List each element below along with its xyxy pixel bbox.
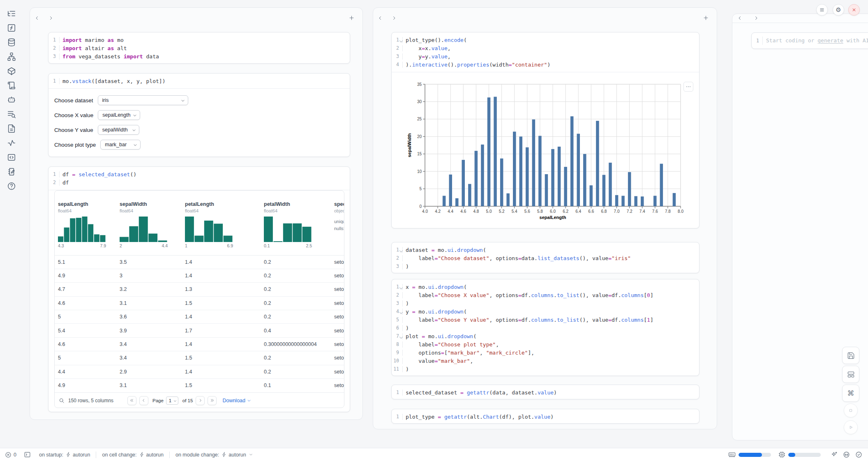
cell-dataframe[interactable]: 1df = selected_dataset()2df sepalLengthf… bbox=[48, 166, 350, 412]
snippets-icon[interactable] bbox=[7, 153, 16, 162]
on-cell-change-setting[interactable]: on cell change: autorun bbox=[102, 452, 164, 458]
column-2-move-left-button[interactable] bbox=[376, 14, 384, 22]
code-line[interactable]: 2import altair as alt bbox=[48, 44, 350, 52]
code-line[interactable]: 4).interactive().properties(width="conta… bbox=[392, 60, 699, 69]
save-button[interactable] bbox=[842, 347, 859, 364]
column-header-species[interactable]: speciesobjectunique:nulls: bbox=[331, 191, 344, 255]
layout-toggle-button[interactable] bbox=[842, 366, 859, 383]
table-row[interactable]: 4.93.11.50.1setosa bbox=[55, 379, 344, 392]
column-header-sepalLength[interactable]: sepalLengthfloat644.37.9 bbox=[55, 191, 116, 255]
code-line[interactable]: 1x = mo.ui.dropdown( bbox=[392, 283, 699, 291]
scroll-icon[interactable] bbox=[7, 81, 16, 90]
column-1-move-right-button[interactable] bbox=[47, 14, 55, 22]
table-row[interactable]: 5.43.91.70.4setosa bbox=[55, 324, 344, 337]
code-line[interactable]: 11) bbox=[392, 365, 699, 373]
code-line[interactable]: 1df = selected_dataset() bbox=[48, 170, 350, 178]
code-line[interactable]: 3 y=y.value, bbox=[392, 52, 699, 60]
cell-plot-type[interactable]: 1plot_type = getattr(alt.Chart(df), plot… bbox=[391, 409, 699, 424]
code-line[interactable]: 1import marimo as mo bbox=[48, 36, 350, 44]
cell-dataset-dropdown[interactable]: 1dataset = mo.ui.dropdown(2 label="Choos… bbox=[391, 242, 699, 273]
choose-plot-type-select[interactable]: mark_bar bbox=[100, 140, 141, 150]
code-line[interactable]: 2 label="Choose dataset", options=data.l… bbox=[392, 254, 699, 262]
code-line[interactable]: 8 label="Choose plot type", bbox=[392, 340, 699, 348]
document-icon[interactable] bbox=[7, 124, 16, 133]
settings-button[interactable]: ⚙ bbox=[833, 4, 844, 16]
errors-indicator[interactable]: 0 bbox=[5, 452, 16, 458]
code-line[interactable]: 2 label="Choose X value", options=df.col… bbox=[392, 291, 699, 299]
choose-y-value-select[interactable]: sepalWidth bbox=[98, 125, 139, 135]
code-line[interactable]: 3from vega_datasets import data bbox=[48, 52, 350, 60]
cell-imports[interactable]: 1import marimo as mo2import altair as al… bbox=[48, 32, 350, 64]
on-startup-setting[interactable]: on startup: autorun bbox=[39, 452, 90, 458]
table-row[interactable]: 5.13.51.40.2setosa bbox=[55, 255, 344, 269]
tracing-icon[interactable] bbox=[7, 138, 16, 148]
cell-xy-dropdowns[interactable]: 1x = mo.ui.dropdown(2 label="Choose X va… bbox=[391, 279, 699, 376]
code-line[interactable]: 3) bbox=[392, 299, 699, 307]
run-button[interactable] bbox=[844, 420, 858, 434]
table-row[interactable]: 53.61.40.2setosa bbox=[55, 310, 344, 324]
generate-link[interactable]: generate bbox=[817, 37, 843, 44]
next-page-button[interactable] bbox=[196, 396, 205, 405]
function-icon[interactable] bbox=[7, 23, 16, 32]
table-row[interactable]: 4.63.11.50.2setosa bbox=[55, 296, 344, 310]
database-icon[interactable] bbox=[7, 38, 16, 47]
code-line[interactable]: 9 options=["mark_bar", "mark_circle"], bbox=[392, 348, 699, 357]
shutdown-button[interactable] bbox=[848, 4, 860, 16]
scratchpad-history-forward-button[interactable] bbox=[753, 14, 760, 22]
code-line[interactable]: 5 label="Choose Y value", options=df.col… bbox=[392, 316, 699, 324]
scratchpad-history-back-button[interactable] bbox=[736, 14, 743, 22]
choose-x-value-select[interactable]: sepalLength bbox=[98, 110, 140, 120]
code-line[interactable]: 1mo.vstack([dataset, x, y, plot]) bbox=[48, 77, 350, 85]
scratchpad-editor[interactable]: 1 Start coding or generate with AI bbox=[751, 32, 868, 49]
logs-search-icon[interactable] bbox=[7, 110, 16, 119]
page-select[interactable]: 1 bbox=[166, 396, 178, 405]
last-page-button[interactable] bbox=[208, 396, 217, 405]
code-line[interactable]: 7plot = mo.ui.dropdown( bbox=[392, 332, 699, 340]
code-line[interactable]: 10 value="mark_bar", bbox=[392, 357, 699, 365]
code-line[interactable]: 1selected_dataset = getattr(data, datase… bbox=[392, 388, 699, 396]
prev-page-button[interactable] bbox=[139, 396, 148, 405]
chat-bot-icon[interactable] bbox=[7, 95, 16, 104]
column-header-petalWidth[interactable]: petalWidthfloat640.12.5 bbox=[261, 191, 331, 255]
cell-selected-dataset[interactable]: 1selected_dataset = getattr(data, datase… bbox=[391, 385, 699, 399]
ai-assist-button[interactable] bbox=[831, 451, 838, 458]
scratchpad-icon[interactable] bbox=[7, 167, 16, 176]
column-1-move-left-button[interactable] bbox=[33, 14, 41, 22]
code-line[interactable]: 1plot_type = getattr(alt.Chart(df), plot… bbox=[392, 413, 699, 421]
table-row[interactable]: 4.63.41.40.30000000000000004setosa bbox=[55, 337, 344, 351]
first-page-button[interactable] bbox=[127, 396, 136, 405]
package-icon[interactable] bbox=[7, 67, 16, 76]
file-tree-icon[interactable] bbox=[7, 9, 16, 18]
keyboard-shortcuts-button[interactable]: ⌘ bbox=[842, 385, 859, 402]
chart-actions-button[interactable] bbox=[683, 82, 693, 92]
code-line[interactable]: 1dataset = mo.ui.dropdown( bbox=[392, 246, 699, 254]
code-line[interactable]: 1plot_type().encode( bbox=[392, 36, 699, 44]
notebook-menu-button[interactable] bbox=[816, 4, 828, 16]
terminal-button[interactable] bbox=[24, 451, 31, 458]
search-icon[interactable] bbox=[59, 398, 65, 403]
table-row[interactable]: 4.73.21.30.2setosa bbox=[55, 283, 344, 296]
copilot-button[interactable] bbox=[843, 451, 850, 458]
table-row[interactable]: 53.41.50.2setosa bbox=[55, 351, 344, 365]
code-line[interactable]: 3) bbox=[392, 262, 699, 270]
chart[interactable]: 4.04.24.44.64.85.05.25.45.65.86.06.26.46… bbox=[405, 79, 693, 226]
help-icon[interactable] bbox=[7, 182, 16, 191]
connection-status[interactable] bbox=[855, 451, 862, 458]
column-2-add-column-button[interactable] bbox=[702, 14, 710, 22]
code-line[interactable]: 6) bbox=[392, 324, 699, 332]
cell-vstack[interactable]: 1mo.vstack([dataset, x, y, plot]) Choose… bbox=[48, 73, 350, 157]
dependency-graph-icon[interactable] bbox=[7, 52, 16, 61]
column-1-add-column-button[interactable] bbox=[348, 14, 356, 22]
cell-plot[interactable]: 1plot_type().encode(2 x=x.value,3 y=y.va… bbox=[391, 32, 699, 228]
download-button[interactable]: Download bbox=[222, 398, 251, 403]
on-module-change-setting[interactable]: on module change: autorun bbox=[175, 452, 253, 458]
choose-dataset-select[interactable]: iris bbox=[98, 95, 188, 105]
column-2-move-right-button[interactable] bbox=[390, 14, 398, 22]
interrupt-button[interactable] bbox=[844, 403, 858, 417]
code-line[interactable]: 2 x=x.value, bbox=[392, 44, 699, 52]
column-header-petalLength[interactable]: petalLengthfloat6416.9 bbox=[182, 191, 261, 255]
table-row[interactable]: 4.931.40.2setosa bbox=[55, 269, 344, 282]
table-row[interactable]: 4.42.91.40.2setosa bbox=[55, 365, 344, 378]
code-line[interactable]: 4y = mo.ui.dropdown( bbox=[392, 307, 699, 316]
code-line[interactable]: 2df bbox=[48, 178, 350, 187]
